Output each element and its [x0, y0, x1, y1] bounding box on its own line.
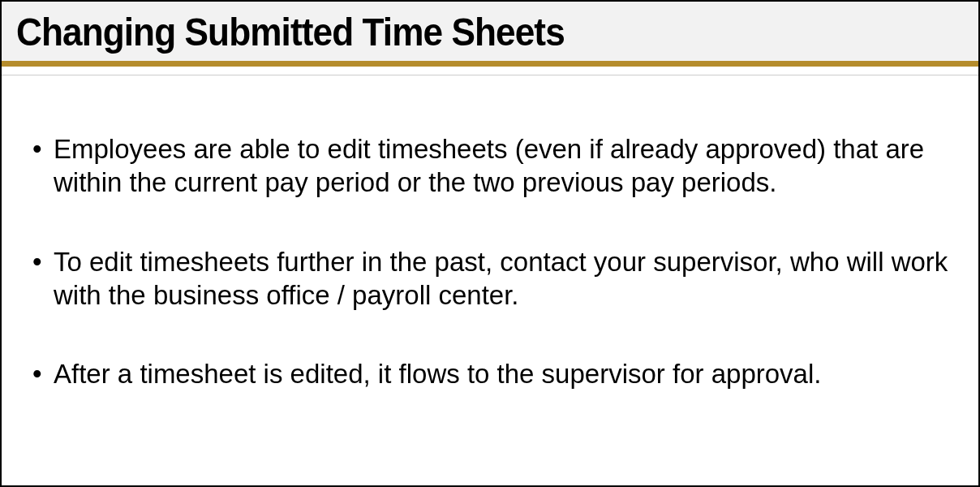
- bullet-item: After a timesheet is edited, it flows to…: [31, 357, 949, 390]
- bullet-list: Employees are able to edit timesheets (e…: [31, 132, 949, 390]
- bullet-item: To edit timesheets further in the past, …: [31, 245, 949, 312]
- slide-header: Changing Submitted Time Sheets: [2, 2, 978, 61]
- slide-title: Changing Submitted Time Sheets: [16, 10, 888, 54]
- bullet-item: Employees are able to edit timesheets (e…: [31, 132, 949, 200]
- slide-body: Employees are able to edit timesheets (e…: [2, 75, 978, 452]
- accent-divider: [2, 61, 978, 67]
